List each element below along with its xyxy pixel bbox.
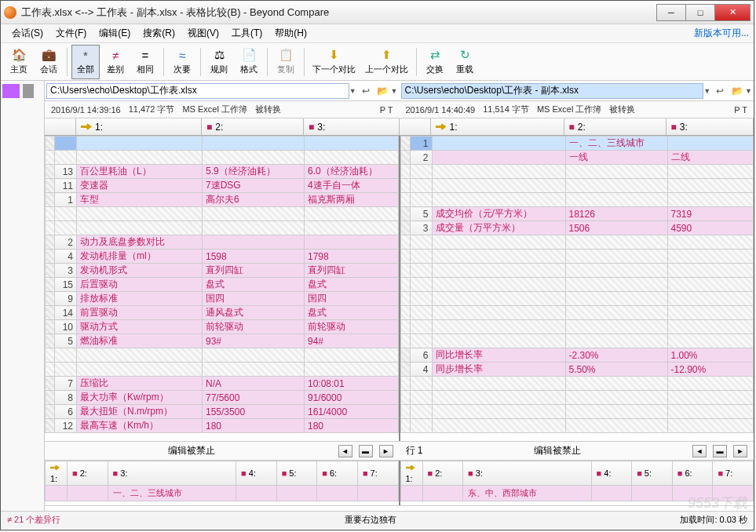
left-date: 2016/9/1 14:39:16 [51,105,121,115]
table-row[interactable] [46,151,399,165]
left-detail-pane[interactable]: 1:■ 2:■ 3:■ 4:■ 5:■ 6:■ 7:一、二、三线城市 [45,461,399,505]
table-row[interactable] [400,292,754,306]
table-row[interactable]: 5燃油标准93#94# [46,334,399,348]
swap-button[interactable]: ⇄交换 [421,45,449,79]
prev-diff-button[interactable]: ⬆上一个对比 [361,45,412,79]
table-row[interactable] [400,405,754,419]
next-button[interactable]: ► [379,445,393,457]
format-button[interactable]: 📄格式 [235,45,263,79]
table-row[interactable]: 2动力及底盘参数对比 [46,235,399,250]
table-row[interactable] [46,207,399,221]
table-row[interactable]: 1车型高尔夫6福克斯两厢 [46,193,399,207]
menu-search[interactable]: 搜索(R) [137,25,181,42]
next-button[interactable]: ► [733,445,747,457]
toolbar: 🏠主页 💼会话 *全部 ≠差别 =相同 ≈次要 ⚖规则 📄格式 📋复制 ⬇下一个… [1,43,754,81]
table-row[interactable] [400,165,754,179]
table-row[interactable]: 11变速器7速DSG4速手自一体 [46,179,399,193]
table-row[interactable]: 13百公里耗油（L）5.9（经济油耗）6.0（经济油耗） [46,165,399,179]
filter-all-button[interactable]: *全部 [71,45,100,79]
tab-marker-icon[interactable] [23,84,34,98]
history-icon[interactable]: ↩ [358,83,374,99]
column-header[interactable]: ■ 3: [667,118,754,135]
table-row[interactable] [400,334,754,348]
menu-help[interactable]: 帮助(H) [268,25,313,42]
table-row[interactable] [400,391,754,405]
close-button[interactable]: ✕ [714,4,751,21]
table-row[interactable] [400,264,754,278]
center-button[interactable]: ▬ [359,445,373,457]
session-button[interactable]: 💼会话 [35,45,63,79]
center-button[interactable]: ▬ [713,445,727,457]
table-row[interactable] [46,137,399,151]
left-path-input[interactable] [46,83,349,99]
left-edit-status: 编辑被禁止 [51,444,332,457]
folder-open-icon[interactable]: 📂 [729,83,745,99]
column-header[interactable]: ■ 2: [564,118,667,135]
table-row[interactable]: 6最大扭矩（N.m/rpm）155/3500161/4000 [46,405,399,419]
table-row[interactable] [400,193,754,207]
right-path-input[interactable] [401,83,704,99]
table-row[interactable]: 3成交量（万平方米）15064590 [400,221,754,235]
filter-same-button[interactable]: =相同 [131,45,159,79]
menu-edit[interactable]: 编辑(E) [93,25,137,42]
folder-open-icon[interactable]: 📂 [375,83,391,99]
history-icon[interactable]: ↩ [712,83,728,99]
menubar: 会话(S) 文件(F) 编辑(E) 搜索(R) 视图(V) 工具(T) 帮助(H… [1,24,754,43]
column-header[interactable]: ■ 3: [304,118,400,135]
update-link[interactable]: 新版本可用... [694,27,749,40]
key-icon [81,122,92,133]
table-row[interactable]: 12最高车速（Km/h）180180 [46,419,399,433]
table-row[interactable]: 9排放标准国四国四 [46,292,399,306]
tab-marker-icon[interactable] [2,84,20,98]
table-row[interactable]: 8最大功率（Kw/rpm）77/560091/6000 [46,391,399,405]
table-row[interactable]: 6同比增长率-2.30%1.00% [400,348,754,363]
next-diff-button[interactable]: ⬇下一个对比 [309,45,360,79]
menu-view[interactable]: 视图(V) [181,25,225,42]
table-row[interactable] [46,348,399,363]
table-row[interactable]: 10驱动方式前轮驱动前轮驱动 [46,320,399,334]
right-grid-pane[interactable]: 1一、二、三线城市2一线二线5成交均价（元/平方米）1812673193成交量（… [399,136,754,441]
right-size: 11,514 字节 [483,104,529,115]
rules-button[interactable]: ⚖规则 [205,45,233,79]
column-header[interactable]: 1: [431,118,564,135]
maximize-button[interactable]: □ [685,4,715,21]
grid-headers: 1: ■ 2: ■ 3: 1: ■ 2: ■ 3: [45,118,754,136]
table-row[interactable] [400,250,754,264]
copy-button[interactable]: 📋复制 [272,45,300,79]
column-header[interactable]: ■ 2: [202,118,304,135]
table-row[interactable] [400,235,754,250]
table-row[interactable]: 7压缩比N/A10:08:01 [46,377,399,391]
table-row[interactable]: 2一线二线 [400,151,754,165]
right-detail-pane[interactable]: 1:■ 2:■ 3:■ 4:■ 5:■ 6:■ 7:东、中、西部城市 [399,461,754,505]
menu-tools[interactable]: 工具(T) [225,25,268,42]
table-row[interactable] [400,278,754,292]
separator [304,48,305,76]
table-row[interactable]: 15后置驱动盘式盘式 [46,278,399,292]
table-row[interactable]: 5成交均价（元/平方米）181267319 [400,207,754,221]
table-row[interactable]: 1一、二、三线城市 [400,137,754,151]
column-header[interactable]: 1: [76,118,202,135]
home-button[interactable]: 🏠主页 [5,45,33,79]
table-row[interactable]: 4同步增长率5.50%-12.90% [400,363,754,377]
menu-file[interactable]: 文件(F) [49,25,93,42]
reload-button[interactable]: ↻重载 [451,45,479,79]
prev-button[interactable]: ◄ [338,445,352,457]
table-row[interactable]: 3发动机形式直列四缸直列四缸 [46,264,399,278]
main-comparison-grids: 13百公里耗油（L）5.9（经济油耗）6.0（经济油耗）11变速器7速DSG4速… [45,136,754,442]
minimize-button[interactable]: ─ [656,4,686,21]
table-row[interactable] [400,306,754,320]
all-label: 全部 [77,64,94,75]
table-row[interactable]: 14前置驱动通风盘式盘式 [46,306,399,320]
table-row[interactable] [400,419,754,433]
prev-button[interactable]: ◄ [692,445,707,457]
table-row[interactable] [46,221,399,235]
table-row[interactable] [400,179,754,193]
menu-session[interactable]: 会话(S) [5,25,49,42]
table-row[interactable] [400,320,754,334]
filter-diff-button[interactable]: ≠差别 [101,45,130,79]
table-row[interactable] [400,377,754,391]
table-row[interactable]: 4发动机排量（ml）15981798 [46,250,399,264]
table-row[interactable] [46,363,399,377]
filter-minor-button[interactable]: ≈次要 [168,45,196,79]
left-grid-pane[interactable]: 13百公里耗油（L）5.9（经济油耗）6.0（经济油耗）11变速器7速DSG4速… [45,136,399,441]
